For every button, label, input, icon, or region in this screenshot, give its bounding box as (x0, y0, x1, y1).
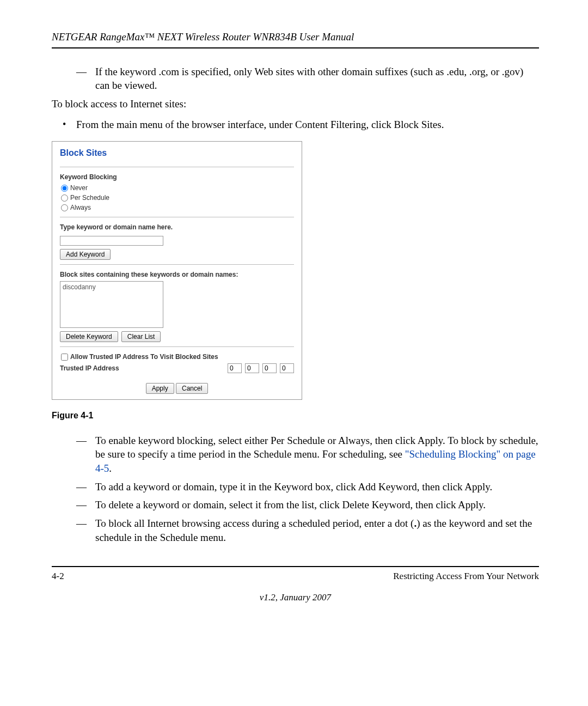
post-item-1: — To enable keyword blocking, select eit… (76, 434, 539, 476)
footer-page-number: 4-2 (52, 570, 64, 583)
footer-rule (52, 566, 539, 567)
trusted-ip-section: Allow Trusted IP Address To Visit Blocke… (60, 352, 294, 373)
panel-title: Block Sites (60, 146, 294, 165)
figure-caption: Figure 4-1 (52, 410, 539, 422)
manual-page: NETGEAR RangeMax™ NEXT Wireless Router W… (0, 0, 588, 626)
ip-fields (228, 363, 294, 373)
radio-per-schedule-row[interactable]: Per Schedule (60, 193, 294, 202)
list-item[interactable]: discodanny (63, 283, 161, 291)
page-header-title: NETGEAR RangeMax™ NEXT Wireless Router W… (52, 30, 539, 44)
panel-separator (60, 346, 294, 347)
ip-octet-3[interactable] (262, 363, 277, 373)
post-sublist: — To enable keyword blocking, select eit… (52, 434, 539, 544)
dash-icon: — (76, 434, 95, 476)
bullet-icon: • (63, 118, 76, 132)
radio-never-label: Never (70, 184, 88, 192)
footer-section: Restricting Access From Your Network (393, 570, 539, 583)
footer-version: v1.2, January 2007 (52, 592, 539, 604)
intro-bullets: • From the main menu of the browser inte… (52, 118, 539, 132)
radio-always-row[interactable]: Always (60, 203, 294, 212)
block-list[interactable]: discodanny (60, 281, 163, 328)
trusted-ip-row: Trusted IP Address (60, 363, 294, 373)
ip-octet-4[interactable] (280, 363, 294, 373)
apply-button[interactable]: Apply (146, 383, 174, 394)
allow-trusted-label: Allow Trusted IP Address To Visit Blocke… (70, 352, 218, 361)
radio-per-schedule[interactable] (61, 194, 68, 202)
radio-always-label: Always (70, 203, 91, 212)
radio-never-row[interactable]: Never (60, 184, 294, 192)
post-item-1-text: To enable keyword blocking, select eithe… (95, 434, 539, 476)
intro-dash-item: — If the keyword .com is specified, only… (76, 65, 539, 93)
panel-separator (60, 217, 294, 217)
intro-lead: To block access to Internet sites: (52, 97, 539, 111)
radio-per-schedule-label: Per Schedule (70, 193, 109, 202)
ip-octet-1[interactable] (228, 363, 242, 373)
post-item-2: — To add a keyword or domain, type it in… (76, 480, 539, 494)
allow-trusted-checkbox[interactable] (61, 354, 68, 361)
add-keyword-button[interactable]: Add Keyword (60, 249, 111, 260)
dash-icon: — (76, 516, 95, 544)
intro-sublist: — If the keyword .com is specified, only… (52, 65, 539, 93)
delete-keyword-button[interactable]: Delete Keyword (60, 331, 118, 342)
post-item-3: — To delete a keyword or domain, select … (76, 498, 539, 512)
post-item-4: — To block all Internet browsing access … (76, 516, 539, 544)
cancel-button[interactable]: Cancel (176, 383, 208, 394)
keyword-input[interactable] (60, 236, 163, 246)
footer-line: 4-2 Restricting Access From Your Network (52, 570, 539, 583)
intro-bullet-1-text: From the main menu of the browser interf… (76, 118, 444, 132)
panel-separator (60, 264, 294, 265)
radio-always[interactable] (61, 204, 68, 211)
post-item-3-text: To delete a keyword or domain, select it… (95, 498, 486, 512)
apply-cancel-row: Apply Cancel (60, 383, 294, 394)
allow-trusted-row[interactable]: Allow Trusted IP Address To Visit Blocke… (60, 352, 294, 361)
intro-dash-text: If the keyword .com is specified, only W… (95, 65, 539, 93)
keyword-blocking-section: Keyword Blocking Never Per Schedule Alwa… (60, 173, 294, 212)
intro-bullet-1: • From the main menu of the browser inte… (63, 118, 539, 132)
keyword-blocking-label: Keyword Blocking (60, 173, 294, 181)
post-item-2-text: To add a keyword or domain, type it in t… (95, 480, 492, 494)
trusted-ip-label: Trusted IP Address (60, 364, 119, 373)
type-keyword-section: Type keyword or domain name here. Add Ke… (60, 223, 294, 260)
dash-icon: — (76, 65, 95, 93)
radio-never[interactable] (61, 185, 68, 192)
post-item-4-text: To block all Internet browsing access du… (95, 516, 539, 544)
type-keyword-label: Type keyword or domain name here. (60, 223, 294, 232)
ip-octet-2[interactable] (245, 363, 259, 373)
panel-separator (60, 167, 294, 167)
dash-icon: — (76, 498, 95, 512)
header-rule (52, 47, 539, 48)
clear-list-button[interactable]: Clear List (121, 331, 161, 342)
block-list-label: Block sites containing these keywords or… (60, 270, 294, 279)
block-list-section: Block sites containing these keywords or… (60, 270, 294, 342)
dash-icon: — (76, 480, 95, 494)
block-sites-panel: Block Sites Keyword Blocking Never Per S… (52, 141, 302, 400)
